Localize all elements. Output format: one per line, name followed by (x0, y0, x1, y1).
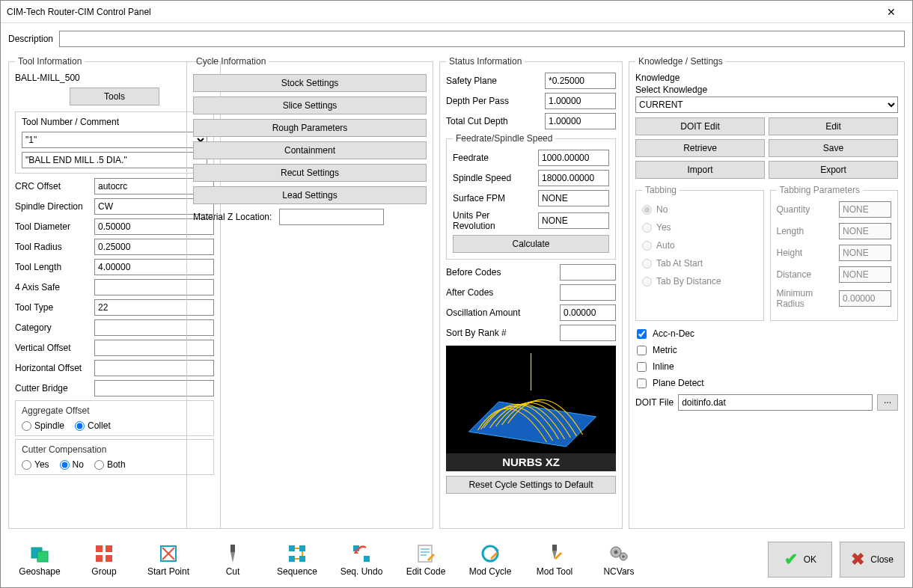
after-codes-input[interactable] (560, 284, 616, 301)
mzl-label: Material Z Location: (193, 212, 272, 222)
tool-comment-input[interactable] (22, 152, 207, 168)
checkmark-icon: ✔ (784, 550, 798, 569)
tab-auto-radio: Auto (642, 240, 757, 251)
seq-undo-button[interactable]: Seq. Undo (330, 536, 393, 583)
tabbing-group: Tabbing No Yes Auto Tab At Start Tab By … (635, 185, 764, 321)
save-button[interactable]: Save (769, 139, 898, 157)
h-offset-label: Horizontal Offset (15, 363, 90, 373)
tp-mr-label: Minimum Radius (777, 288, 837, 309)
tab-yes-radio: Yes (642, 222, 757, 233)
import-button[interactable]: Import (635, 161, 765, 179)
metric-check[interactable] (637, 346, 647, 355)
depth-per-pass-input[interactable] (545, 93, 616, 109)
geoshape-icon (29, 543, 50, 564)
knowledge-select[interactable]: CURRENT (635, 97, 898, 113)
cc-no-radio[interactable]: No (60, 459, 84, 470)
cycle-info-group: Cycle Information Stock Settings Slice S… (186, 56, 433, 529)
sequence-button[interactable]: Sequence (266, 536, 329, 583)
total-cut-depth-input[interactable] (545, 113, 616, 129)
tab-params-group: Tabbing Parameters Quantity Length Heigh… (770, 185, 899, 321)
close-button[interactable]: ✖ Close (840, 542, 905, 578)
description-input[interactable] (59, 31, 905, 47)
feedrate-group: Feedrate/Spindle Speed Feedrate Spindle … (446, 133, 616, 260)
acc-n-dec-check[interactable] (637, 329, 647, 339)
spindle-speed-input[interactable] (538, 170, 609, 186)
sort-rank-label: Sort By Rank # (446, 328, 555, 338)
tp-h-label: Height (777, 248, 837, 258)
tool-number-select[interactable]: "1" (22, 132, 207, 148)
tool-radius-label: Tool Radius (15, 242, 90, 252)
osc-amount-input[interactable] (560, 304, 616, 321)
lead-settings-button[interactable]: Lead Settings (193, 186, 427, 204)
cut-button[interactable]: Cut (201, 536, 264, 583)
start-point-icon (158, 543, 179, 564)
edit-code-button[interactable]: Edit Code (394, 536, 457, 583)
upr-label: Units Per Revolution (453, 210, 534, 231)
cc-yes-radio[interactable]: Yes (22, 459, 49, 470)
ok-button[interactable]: ✔ OK (768, 542, 832, 578)
feedrate-legend: Feedrate/Spindle Speed (453, 133, 555, 144)
agg-collet-radio[interactable]: Collet (75, 420, 111, 431)
doit-edit-button[interactable]: DOIT Edit (635, 117, 765, 135)
cutter-bridge-label: Cutter Bridge (15, 383, 90, 393)
edit-button[interactable]: Edit (769, 117, 898, 135)
preview-caption: NURBS XZ (446, 453, 616, 471)
svg-point-34 (622, 555, 625, 558)
mod-cycle-icon (480, 543, 501, 564)
svg-rect-15 (289, 556, 295, 562)
tab-by-dist-radio: Tab By Distance (642, 276, 757, 287)
metric-label: Metric (653, 345, 677, 355)
mzl-input[interactable] (279, 209, 384, 225)
feedrate-input[interactable] (538, 150, 609, 166)
rough-params-button[interactable]: Rough Parameters (193, 119, 427, 137)
tp-len-input (839, 223, 891, 239)
tools-button[interactable]: Tools (70, 88, 159, 105)
tab-at-start-radio: Tab At Start (642, 258, 757, 269)
svg-point-32 (614, 550, 618, 554)
svg-rect-4 (96, 545, 103, 552)
bottom-toolbar: Geoshape Group Start Point Cut Sequence … (1, 532, 912, 587)
doit-file-browse-button[interactable]: ... (877, 394, 898, 411)
retrieve-button[interactable]: Retrieve (635, 139, 765, 157)
mod-tool-button[interactable]: Mod Tool (523, 536, 586, 583)
calculate-button[interactable]: Calculate (453, 235, 609, 253)
osc-amount-label: Oscillation Amount (446, 307, 555, 318)
geoshape-button[interactable]: Geoshape (8, 536, 71, 583)
start-point-button[interactable]: Start Point (137, 536, 200, 583)
seq-undo-icon (351, 543, 372, 564)
mod-cycle-button[interactable]: Mod Cycle (459, 536, 522, 583)
export-button[interactable]: Export (769, 161, 898, 179)
before-codes-input[interactable] (560, 264, 616, 281)
surface-fpm-input[interactable] (538, 190, 609, 206)
svg-rect-7 (106, 555, 112, 562)
tabbing-legend: Tabbing (642, 185, 680, 195)
close-icon[interactable]: ✕ (876, 6, 906, 18)
safety-plane-input[interactable] (545, 73, 616, 89)
upr-input[interactable] (538, 212, 609, 229)
select-knowledge-label: Select Knowledge (635, 85, 898, 95)
tool-length-label: Tool Length (15, 262, 90, 272)
doit-file-input[interactable] (678, 394, 873, 411)
ncvars-button[interactable]: NCVars (587, 536, 650, 583)
reset-cycle-button[interactable]: Reset Cycle Settings to Default (446, 476, 616, 494)
tool-number-title: Tool Number / Comment (22, 117, 207, 127)
svg-marker-12 (230, 552, 235, 563)
cc-both-radio[interactable]: Both (94, 459, 126, 470)
agg-offset-title: Aggregate Offset (22, 405, 207, 416)
svg-rect-6 (96, 555, 103, 562)
svg-rect-16 (299, 556, 305, 562)
edit-code-icon (415, 543, 436, 564)
group-button[interactable]: Group (73, 536, 135, 583)
stock-settings-button[interactable]: Stock Settings (193, 74, 427, 92)
agg-spindle-radio[interactable]: Spindle (22, 420, 64, 431)
containment-button[interactable]: Containment (193, 141, 427, 159)
sort-rank-input[interactable] (560, 325, 616, 341)
window-title: CIM-Tech Router-CIM Control Panel (7, 7, 876, 17)
recut-settings-button[interactable]: Recut Settings (193, 164, 427, 182)
knowledge-label: Knowledge (635, 73, 898, 83)
svg-rect-28 (552, 545, 557, 551)
slice-settings-button[interactable]: Slice Settings (193, 97, 427, 114)
plane-detect-check[interactable] (637, 379, 647, 388)
inline-check[interactable] (637, 362, 647, 372)
spindle-speed-label: Spindle Speed (453, 173, 534, 183)
